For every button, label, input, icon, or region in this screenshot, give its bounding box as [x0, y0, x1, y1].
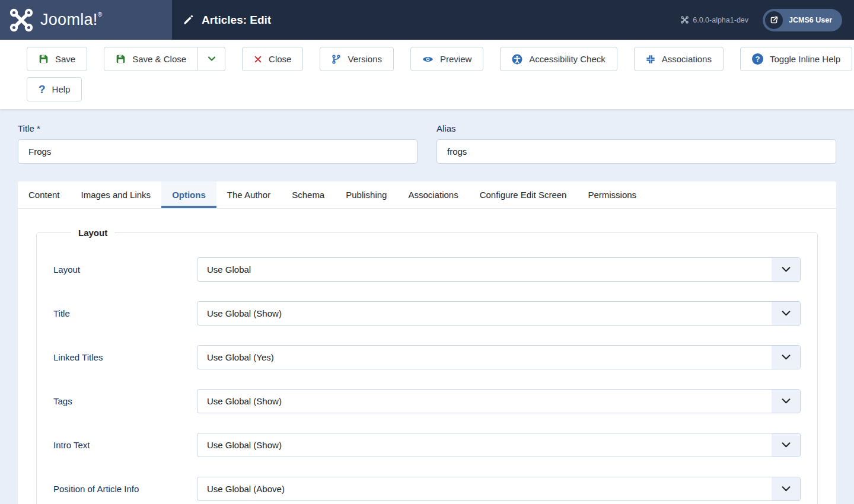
toggle-inline-help-button[interactable]: ? Toggle Inline Help	[740, 47, 852, 71]
edit-card: Content Images and Links Options The Aut…	[18, 181, 836, 504]
tab-permissions[interactable]: Permissions	[577, 181, 647, 208]
header-right: 6.0.0-alpha1-dev JCMS6 User	[681, 9, 854, 31]
user-name: JCMS6 User	[789, 16, 832, 24]
close-x-icon	[254, 55, 262, 63]
linked-titles-label: Linked Titles	[53, 352, 197, 362]
tab-schema[interactable]: Schema	[281, 181, 335, 208]
save-floppy-icon	[39, 54, 49, 64]
preview-button[interactable]: Preview	[410, 47, 483, 71]
versions-label: Versions	[348, 54, 382, 64]
linked-titles-select[interactable]: Use Global (Yes)	[197, 345, 801, 369]
tab-bar: Content Images and Links Options The Aut…	[18, 181, 836, 209]
chevron-down-icon	[208, 56, 216, 62]
linked-titles-row: Linked Titles Use Global (Yes)	[53, 345, 801, 369]
compress-arrows-icon	[646, 55, 655, 64]
chevron-down-icon	[772, 390, 800, 413]
question-icon: ?	[39, 84, 46, 95]
toolbar-row-2: ? Help	[27, 77, 826, 101]
version-text: 6.0.0-alpha1-dev	[693, 16, 748, 24]
joomla-logo-icon	[9, 8, 33, 32]
tab-publishing[interactable]: Publishing	[335, 181, 397, 208]
position-article-info-select-value: Use Global (Above)	[197, 484, 285, 494]
version-info: 6.0.0-alpha1-dev	[681, 16, 748, 24]
eye-icon	[422, 55, 434, 63]
position-article-info-row: Position of Article Info Use Global (Abo…	[53, 477, 801, 501]
save-and-close-label: Save & Close	[132, 54, 186, 64]
tags-row: Tags Use Global (Show)	[53, 389, 801, 413]
intro-text-label: Intro Text	[53, 440, 197, 450]
intro-text-select[interactable]: Use Global (Show)	[197, 433, 801, 457]
alias-input[interactable]	[436, 139, 836, 164]
layout-row: Layout Use Global	[53, 257, 801, 282]
intro-text-select-value: Use Global (Show)	[197, 440, 282, 450]
tags-label: Tags	[53, 396, 197, 406]
position-article-info-label: Position of Article Info	[53, 484, 197, 494]
title-alias-row: Title * Alias	[18, 123, 836, 164]
help-label: Help	[52, 84, 71, 94]
options-panel: Layout Layout Use Global Title Use Globa…	[18, 209, 836, 504]
preview-label: Preview	[440, 54, 471, 64]
layout-select[interactable]: Use Global	[197, 257, 801, 282]
save-label: Save	[55, 54, 75, 64]
save-button[interactable]: Save	[27, 47, 87, 71]
main-content: Title * Alias Content Images and Links O…	[0, 109, 854, 504]
page-title: Articles: Edit	[202, 14, 271, 27]
tab-options[interactable]: Options	[161, 181, 216, 208]
brand-wordmark: Joomla!®	[40, 11, 102, 29]
alias-field-group: Alias	[436, 123, 836, 164]
toggle-inline-help-label: Toggle Inline Help	[770, 54, 840, 64]
save-and-close-button[interactable]: Save & Close	[104, 47, 198, 71]
external-link-icon	[765, 11, 783, 29]
title-option-row: Title Use Global (Show)	[53, 301, 801, 326]
accessibility-check-label: Accessibility Check	[529, 54, 605, 64]
toolbar-row-1: Save Save & Close	[27, 47, 826, 71]
tab-the-author[interactable]: The Author	[216, 181, 281, 208]
tab-configure-edit-screen[interactable]: Configure Edit Screen	[469, 181, 578, 208]
tab-associations[interactable]: Associations	[397, 181, 469, 208]
help-button[interactable]: ? Help	[27, 77, 82, 101]
pencil-icon	[183, 14, 194, 25]
chevron-down-icon	[772, 302, 800, 325]
page-heading: Articles: Edit	[183, 14, 271, 27]
close-button[interactable]: Close	[242, 47, 303, 71]
tab-content[interactable]: Content	[18, 181, 71, 208]
position-article-info-select[interactable]: Use Global (Above)	[197, 477, 801, 501]
save-options-dropdown-toggle[interactable]	[198, 47, 225, 71]
accessibility-check-button[interactable]: Accessibility Check	[500, 47, 617, 71]
tab-images-and-links[interactable]: Images and Links	[71, 181, 162, 208]
question-circle-icon: ?	[752, 53, 763, 65]
show-title-select[interactable]: Use Global (Show)	[197, 301, 801, 326]
title-input[interactable]	[18, 139, 418, 164]
intro-text-row: Intro Text Use Global (Show)	[53, 433, 801, 457]
linked-titles-select-value: Use Global (Yes)	[197, 352, 274, 362]
layout-label: Layout	[53, 264, 197, 275]
associations-label: Associations	[662, 54, 712, 64]
save-close-split-button: Save & Close	[104, 47, 225, 71]
universal-access-icon	[512, 54, 522, 65]
close-label: Close	[269, 54, 291, 64]
registered-mark: ®	[98, 11, 103, 18]
layout-select-value: Use Global	[197, 264, 251, 275]
save-floppy-icon	[116, 54, 126, 64]
title-field-group: Title *	[18, 123, 418, 164]
show-title-select-value: Use Global (Show)	[197, 308, 282, 318]
chevron-down-icon	[772, 477, 800, 500]
title-label: Title *	[18, 123, 418, 133]
brand-block[interactable]: Joomla!®	[0, 0, 172, 40]
chevron-down-icon	[772, 433, 800, 457]
toolbar: Save Save & Close	[0, 40, 854, 109]
chevron-down-icon	[772, 346, 800, 369]
chevron-down-icon	[772, 258, 800, 281]
versions-button[interactable]: Versions	[320, 47, 394, 71]
layout-legend: Layout	[71, 228, 114, 238]
title-option-label: Title	[53, 308, 197, 318]
tags-select[interactable]: Use Global (Show)	[197, 389, 801, 413]
tags-select-value: Use Global (Show)	[197, 396, 282, 406]
user-menu-button[interactable]: JCMS6 User	[763, 9, 842, 31]
code-branch-icon	[332, 54, 341, 65]
associations-button[interactable]: Associations	[634, 47, 724, 71]
alias-label: Alias	[436, 123, 836, 133]
joomla-mini-icon	[681, 16, 689, 24]
layout-fieldset: Layout Layout Use Global Title Use Globa…	[36, 228, 818, 504]
top-header: Joomla!® Articles: Edit	[0, 0, 854, 40]
